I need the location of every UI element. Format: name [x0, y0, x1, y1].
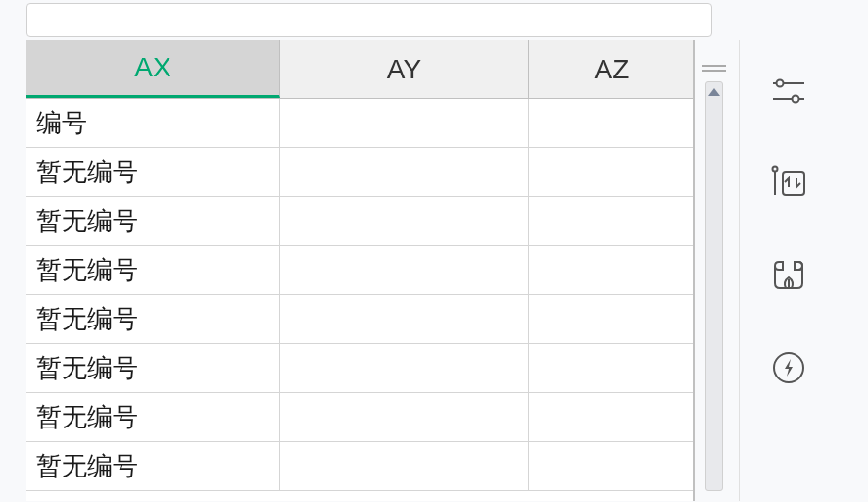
table-row: 暂无编号: [26, 442, 695, 491]
cell-az[interactable]: [529, 99, 695, 147]
cell-ay[interactable]: [280, 344, 529, 392]
cell-ax[interactable]: 暂无编号: [26, 246, 280, 294]
cell-ax[interactable]: 编号: [26, 99, 280, 147]
column-header-ax[interactable]: AX: [26, 40, 280, 98]
cell-az[interactable]: [529, 197, 695, 245]
cell-az[interactable]: [529, 148, 695, 196]
column-header-az[interactable]: AZ: [529, 40, 695, 98]
svg-point-0: [776, 80, 783, 87]
column-header-ay[interactable]: AY: [280, 40, 529, 98]
cell-az[interactable]: [529, 344, 695, 392]
cell-ax[interactable]: 暂无编号: [26, 148, 280, 196]
cell-az[interactable]: [529, 442, 695, 490]
table-row: 暂无编号: [26, 295, 695, 344]
svg-rect-8: [783, 172, 804, 195]
spreadsheet-grid: AX AY AZ 编号暂无编号暂无编号暂无编号暂无编号暂无编号暂无编号暂无编号: [26, 40, 695, 501]
cell-ay[interactable]: [280, 148, 529, 196]
table-row: 编号: [26, 99, 695, 148]
table-row: 暂无编号: [26, 148, 695, 197]
eco-data-icon[interactable]: [767, 254, 810, 297]
svg-point-7: [772, 167, 777, 172]
svg-point-3: [792, 96, 798, 103]
lightning-tip-icon[interactable]: [767, 346, 810, 389]
scroll-up-button[interactable]: [706, 84, 722, 100]
collapse-handle-icon[interactable]: [702, 65, 726, 72]
right-sidebar: [739, 40, 837, 501]
cell-ay[interactable]: [280, 442, 529, 490]
cell-ax[interactable]: 暂无编号: [26, 442, 280, 490]
cell-ay[interactable]: [280, 99, 529, 147]
table-row: 暂无编号: [26, 197, 695, 246]
formula-bar[interactable]: [26, 3, 712, 37]
cell-ay[interactable]: [280, 246, 529, 294]
main-area: AX AY AZ 编号暂无编号暂无编号暂无编号暂无编号暂无编号暂无编号暂无编号: [0, 40, 868, 501]
table-row: 暂无编号: [26, 393, 695, 442]
column-header-row: AX AY AZ: [26, 40, 695, 99]
cell-ax[interactable]: 暂无编号: [26, 344, 280, 392]
column-swap-icon[interactable]: [767, 162, 810, 205]
grid-border: [693, 40, 695, 501]
cell-az[interactable]: [529, 246, 695, 294]
settings-sliders-icon[interactable]: [767, 70, 810, 113]
cell-az[interactable]: [529, 393, 695, 441]
cell-ax[interactable]: 暂无编号: [26, 295, 280, 343]
chevron-up-icon: [708, 88, 720, 96]
table-row: 暂无编号: [26, 344, 695, 393]
table-row: 暂无编号: [26, 246, 695, 295]
scroll-area: [695, 40, 734, 501]
cell-ax[interactable]: 暂无编号: [26, 393, 280, 441]
cell-ay[interactable]: [280, 393, 529, 441]
cell-ax[interactable]: 暂无编号: [26, 197, 280, 245]
vertical-scrollbar[interactable]: [705, 81, 723, 491]
cell-ay[interactable]: [280, 295, 529, 343]
cell-ay[interactable]: [280, 197, 529, 245]
cell-az[interactable]: [529, 295, 695, 343]
